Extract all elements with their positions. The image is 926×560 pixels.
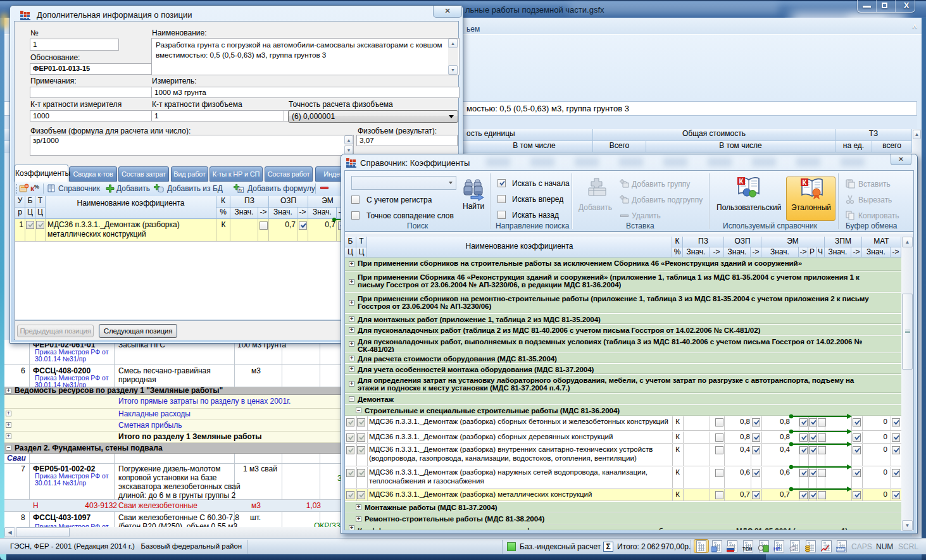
svg-text:НР: НР <box>773 546 781 552</box>
svg-text:fx: fx <box>239 188 242 192</box>
svg-text:ТСН: ТСН <box>742 546 752 552</box>
